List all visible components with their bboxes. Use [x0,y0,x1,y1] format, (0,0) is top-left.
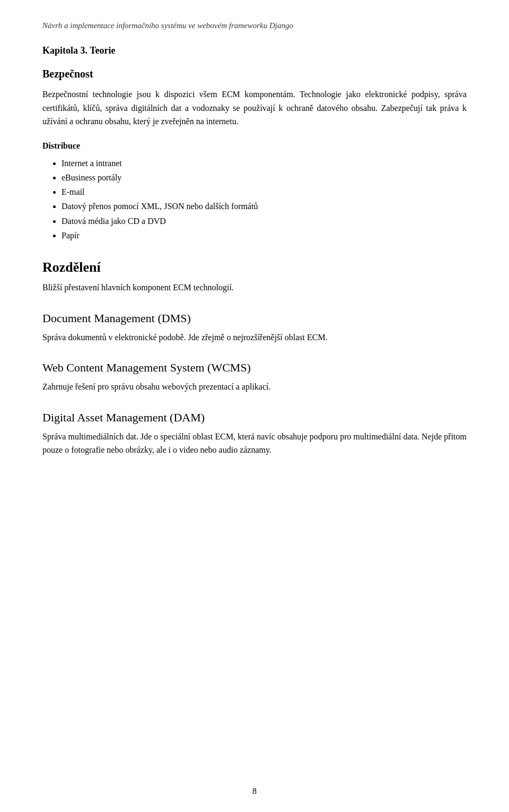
chapter-label: Kapitola 3. Teorie [42,45,116,56]
rozdeleni-heading: Rozdělení [42,260,467,275]
list-item: E-mail [62,185,467,199]
chapter-title: Kapitola 3. Teorie [42,45,467,56]
list-item: Datový přenos pomocí XML, JSON nebo dalš… [62,199,467,213]
list-item: eBusiness portály [62,170,467,185]
dam-heading: Digital Asset Management (DAM) [42,411,467,425]
page-number: 8 [252,787,257,796]
wcms-heading: Web Content Management System (WCMS) [42,361,467,375]
bezpecnost-para1: Bezpečnostní technologie jsou k dispozic… [42,88,467,128]
dms-heading: Document Management (DMS) [42,312,467,325]
list-item: Papír [62,228,467,243]
list-item: Datová média jako CD a DVD [62,214,467,228]
wcms-para1: Zahrnuje řešení pro správu obsahu webový… [42,380,467,394]
doc-header-text: Návrh a implementace informačního systém… [42,21,293,30]
page-container: Návrh a implementace informačního systém… [0,0,509,812]
distribuce-list: Internet a intranet eBusiness portály E-… [62,156,467,243]
distribuce-heading: Distribuce [42,141,467,151]
bezpecnost-heading: Bezpečnost [42,68,467,80]
rozdeleni-para1: Bližší přestavení hlavních komponent ECM… [42,281,467,295]
list-item: Internet a intranet [62,156,467,170]
dam-para1: Správa multimediálních dat. Jde o speciá… [42,430,467,457]
dms-para1: Správa dokumentů v elektronické podobě. … [42,331,467,344]
doc-header: Návrh a implementace informačního systém… [42,21,467,30]
